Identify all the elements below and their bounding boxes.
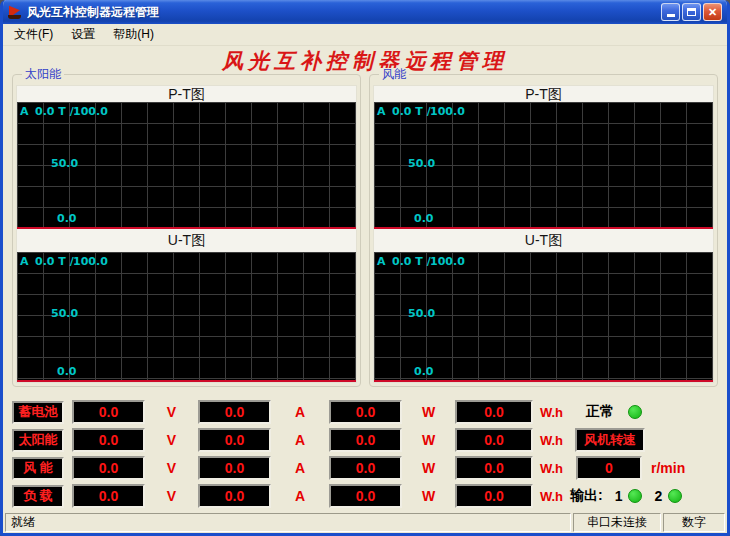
output-1-number: 1	[615, 488, 623, 504]
solar-group-legend: 太阳能	[22, 68, 64, 81]
output-2-number: 2	[654, 488, 662, 504]
wind-pt-chart-canvas: A 0.0 T / 100.0 50.0 0.0	[374, 102, 713, 229]
unit-v: V	[145, 404, 198, 420]
y-axis-unit-label: A	[377, 255, 386, 268]
output-1-led	[628, 489, 642, 503]
solar-pt-chart-title: P-T图	[17, 86, 356, 102]
y-axis-unit-label: A	[377, 105, 386, 118]
unit-a: A	[271, 404, 329, 420]
chart-baseline	[17, 227, 356, 229]
solar-ut-chart-canvas: A 0.0 T / 100.0 50.0 0.0	[17, 252, 356, 382]
unit-wh: W.h	[533, 489, 570, 504]
unit-v: V	[145, 488, 198, 504]
fan-speed-value-cell: 0 r/min	[570, 456, 718, 480]
t-axis-label: 0.0 T /	[392, 255, 431, 268]
wind-current-display: 0.0	[198, 456, 271, 480]
solar-chart-panel: P-T图 A 0.0 T / 100.0 50.0 0.0 U-T图 A 0.0…	[16, 85, 357, 383]
wind-pt-chart-title: P-T图	[374, 86, 713, 102]
t-axis-label: 0.0 T /	[392, 105, 431, 118]
statusbar: 就绪 串口未连接 数字	[3, 511, 727, 533]
y-min-label: 0.0	[57, 365, 77, 378]
maximize-button[interactable]	[682, 3, 701, 21]
load-power-display: 0.0	[329, 484, 402, 508]
chart-groups: 太阳能 P-T图 A 0.0 T / 100.0 50.0 0.0 U-T图 A	[12, 74, 718, 387]
solar-group: 太阳能 P-T图 A 0.0 T / 100.0 50.0 0.0 U-T图 A	[12, 74, 361, 387]
load-energy-display: 0.0	[455, 484, 533, 508]
row-label-load: 负 载	[12, 485, 64, 508]
wind-energy-display: 0.0	[455, 456, 533, 480]
y-axis-unit-label: A	[20, 105, 29, 118]
minimize-button[interactable]	[661, 3, 680, 21]
status-serial-connection: 串口未连接	[573, 513, 661, 532]
row-label-solar: 太阳能	[12, 429, 64, 452]
wind-power-display: 0.0	[329, 456, 402, 480]
unit-v: V	[145, 432, 198, 448]
load-current-display: 0.0	[198, 484, 271, 508]
battery-voltage-display: 0.0	[72, 400, 145, 424]
unit-w: W	[402, 432, 455, 448]
output-status: 输出: 1 2	[570, 484, 718, 508]
chart-baseline	[17, 380, 356, 382]
t-axis-label: 0.0 T /	[35, 105, 74, 118]
wind-group-legend: 风能	[379, 68, 409, 81]
t-axis-label: 0.0 T /	[35, 255, 74, 268]
wind-chart-panel: P-T图 A 0.0 T / 100.0 50.0 0.0 U-T图 A 0.0…	[373, 85, 714, 383]
normal-status-label: 正常	[586, 403, 614, 421]
row-label-battery: 蓄电池	[12, 401, 64, 424]
unit-v: V	[145, 460, 198, 476]
solar-energy-display: 0.0	[455, 428, 533, 452]
unit-a: A	[271, 488, 329, 504]
battery-current-display: 0.0	[198, 400, 271, 424]
y-axis-unit-label: A	[20, 255, 29, 268]
unit-wh: W.h	[533, 433, 570, 448]
fan-speed-label-cell: 风机转速	[570, 428, 718, 452]
y-min-label: 0.0	[414, 212, 434, 225]
wind-group: 风能 P-T图 A 0.0 T / 100.0 50.0 0.0 U-T图 A …	[369, 74, 718, 387]
output-2-led	[668, 489, 682, 503]
unit-wh: W.h	[533, 405, 570, 420]
window-controls: ✕	[661, 3, 722, 21]
unit-w: W	[402, 404, 455, 420]
chart-baseline	[374, 380, 713, 382]
fan-speed-display: 0	[576, 456, 642, 480]
status-num-indicator: 数字	[663, 513, 725, 532]
readings-grid: 蓄电池 0.0 V 0.0 A 0.0 W 0.0 W.h 正常 太阳能 0.0…	[12, 400, 718, 508]
solar-power-display: 0.0	[329, 428, 402, 452]
y-mid-label: 50.0	[408, 157, 435, 170]
titlebar[interactable]: 风光互补控制器远程管理 ✕	[3, 0, 727, 24]
menu-help[interactable]: 帮助(H)	[104, 24, 163, 45]
y-mid-label: 50.0	[51, 307, 78, 320]
wind-voltage-display: 0.0	[72, 456, 145, 480]
close-icon: ✕	[708, 7, 717, 18]
menu-settings[interactable]: 设置	[62, 24, 104, 45]
y-max-label: 100.0	[73, 255, 108, 268]
app-window: 风光互补控制器远程管理 ✕ 文件(F) 设置 帮助(H) 风光互补控制器远程管理…	[0, 0, 730, 536]
solar-voltage-display: 0.0	[72, 428, 145, 452]
y-max-label: 100.0	[73, 105, 108, 118]
status-ready: 就绪	[5, 513, 571, 532]
solar-current-display: 0.0	[198, 428, 271, 452]
unit-a: A	[271, 432, 329, 448]
solar-ut-chart-title: U-T图	[17, 229, 356, 252]
fan-speed-unit: r/min	[651, 460, 685, 476]
normal-indicator-led	[628, 405, 642, 419]
unit-w: W	[402, 460, 455, 476]
y-mid-label: 50.0	[51, 157, 78, 170]
app-logo-icon	[7, 4, 23, 20]
battery-energy-display: 0.0	[455, 400, 533, 424]
solar-pt-chart-canvas: A 0.0 T / 100.0 50.0 0.0	[17, 102, 356, 229]
chart-baseline	[374, 227, 713, 229]
close-button[interactable]: ✕	[703, 3, 722, 21]
wind-ut-chart-title: U-T图	[374, 229, 713, 252]
wind-ut-chart-canvas: A 0.0 T / 100.0 50.0 0.0	[374, 252, 713, 382]
battery-power-display: 0.0	[329, 400, 402, 424]
client-area: 风光互补控制器远程管理 太阳能 P-T图 A 0.0 T / 100.0 50.…	[3, 46, 727, 511]
menu-file[interactable]: 文件(F)	[5, 24, 62, 45]
y-mid-label: 50.0	[408, 307, 435, 320]
minimize-icon	[667, 14, 675, 17]
unit-wh: W.h	[533, 461, 570, 476]
window-title: 风光互补控制器远程管理	[27, 4, 657, 21]
unit-a: A	[271, 460, 329, 476]
y-min-label: 0.0	[57, 212, 77, 225]
row-label-wind: 风 能	[12, 457, 64, 480]
